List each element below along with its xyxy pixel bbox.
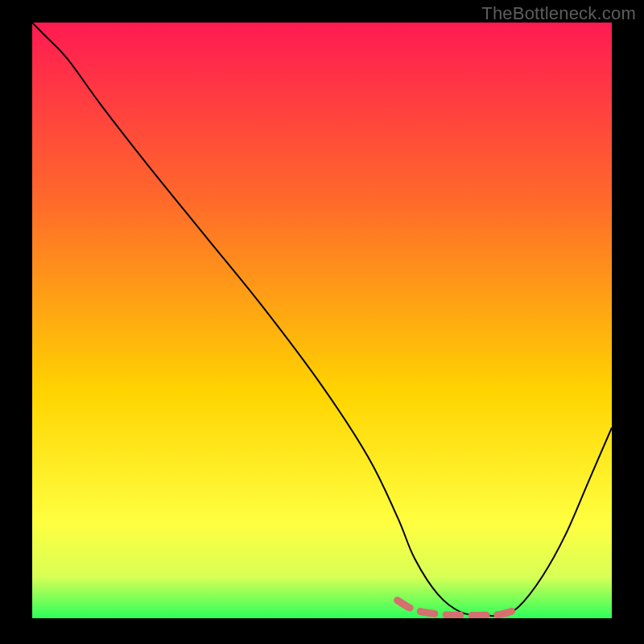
gradient-background (32, 23, 612, 618)
chart-svg (32, 23, 612, 618)
plot-area (32, 23, 612, 618)
chart-frame: TheBottleneck.com (0, 0, 644, 644)
watermark-label: TheBottleneck.com (481, 3, 636, 24)
